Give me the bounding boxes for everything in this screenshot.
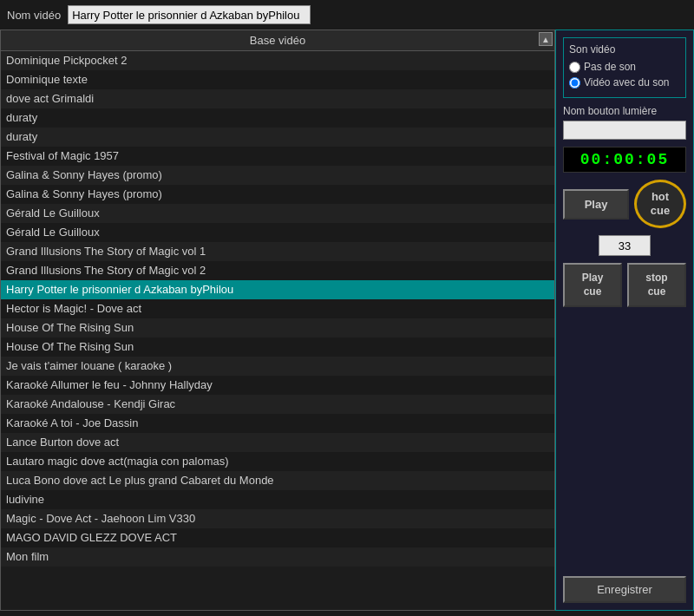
list-item[interactable]: Grand Illusions The Story of Magic vol 1: [1, 242, 554, 261]
list-item[interactable]: duraty: [1, 108, 554, 128]
list-item[interactable]: Lautaro magic dove act(magia con palomas…: [1, 452, 554, 471]
nom-bouton-section: Nom bouton lumière: [563, 105, 686, 140]
list-item[interactable]: Magic - Dove Act - Jaehoon Lim V330: [1, 509, 554, 528]
nom-bouton-lumiere-label: Nom bouton lumière: [563, 105, 686, 117]
pas-de-son-row: Pas de son: [569, 61, 680, 73]
list-item[interactable]: Galina & Sonny Hayes (promo): [1, 166, 554, 185]
list-item[interactable]: Galina & Sonny Hayes (promo): [1, 185, 554, 204]
list-item[interactable]: Gérald Le Guilloux: [1, 204, 554, 223]
list-item[interactable]: Karaoké Allumer le feu - Johnny Hallyday: [1, 376, 554, 395]
list-item[interactable]: Luca Bono dove act Le plus grand Cabaret…: [1, 471, 554, 490]
nom-video-label: Nom vidéo: [7, 9, 61, 22]
base-video-header: Base vidéo ▲: [1, 30, 554, 51]
nom-video-input[interactable]: [68, 5, 311, 24]
list-item[interactable]: Gérald Le Guilloux: [1, 223, 554, 242]
play-hotcue-row: Play hotcue: [563, 180, 686, 228]
pas-de-son-label: Pas de son: [584, 61, 636, 73]
list-item[interactable]: duraty: [1, 128, 554, 147]
list-item[interactable]: ludivine: [1, 490, 554, 509]
list-item[interactable]: Karaoké A toi - Joe Dassin: [1, 414, 554, 433]
enregistrer-button[interactable]: Enregistrer: [563, 576, 686, 603]
list-item[interactable]: MAGO DAVID GLEZZ DOVE ACT: [1, 528, 554, 547]
list-item[interactable]: Lance Burton dove act: [1, 433, 554, 452]
play-cue-button[interactable]: Playcue: [563, 263, 622, 307]
list-item[interactable]: House Of The Rising Sun: [1, 318, 554, 337]
list-item[interactable]: Festival of Magic 1957: [1, 147, 554, 166]
video-avec-son-row: Vidéo avec du son: [569, 76, 680, 88]
right-panel: Son vidéo Pas de son Vidéo avec du son N…: [555, 29, 694, 611]
play-button[interactable]: Play: [563, 189, 629, 220]
list-item[interactable]: Grand Illusions The Story of Magic vol 2: [1, 261, 554, 280]
list-item[interactable]: Je vais t'aimer louane ( karaoke ): [1, 357, 554, 376]
play-stop-cue-row: Playcue stopcue: [563, 263, 686, 307]
list-item[interactable]: Hector is Magic! - Dove act: [1, 299, 554, 318]
son-video-group: Son vidéo Pas de son Vidéo avec du son: [563, 37, 686, 98]
list-item[interactable]: Karaoké Andalouse - Kendji Girac: [1, 395, 554, 414]
list-item[interactable]: Dominique texte: [1, 70, 554, 89]
list-item[interactable]: Harry Potter le prisonnier d Azkaban byP…: [1, 280, 554, 299]
list-item[interactable]: House Of The Rising Sun: [1, 337, 554, 357]
list-item[interactable]: Dominique Pickpocket 2: [1, 51, 554, 70]
nom-bouton-input[interactable]: [563, 121, 686, 140]
left-panel: Base vidéo ▲ Dominique Pickpocket 2Domin…: [0, 29, 555, 611]
timer-display: 00:00:05: [563, 147, 686, 173]
pas-de-son-radio[interactable]: [569, 62, 580, 73]
video-list-container[interactable]: Dominique Pickpocket 2Dominique textedov…: [1, 51, 554, 610]
video-avec-son-radio[interactable]: [569, 77, 580, 88]
cue-number-input[interactable]: [599, 235, 651, 256]
main-layout: Base vidéo ▲ Dominique Pickpocket 2Domin…: [0, 29, 694, 611]
scroll-up-button[interactable]: ▲: [539, 32, 553, 46]
list-item[interactable]: Mon film: [1, 547, 554, 567]
base-video-title: Base vidéo: [250, 34, 305, 47]
video-avec-son-label: Vidéo avec du son: [584, 76, 670, 88]
son-video-label: Son vidéo: [569, 43, 680, 56]
stop-cue-button[interactable]: stopcue: [627, 263, 686, 307]
list-item[interactable]: dove act Grimaldi: [1, 89, 554, 108]
top-bar: Nom vidéo: [0, 0, 694, 29]
hot-cue-button[interactable]: hotcue: [634, 180, 686, 228]
